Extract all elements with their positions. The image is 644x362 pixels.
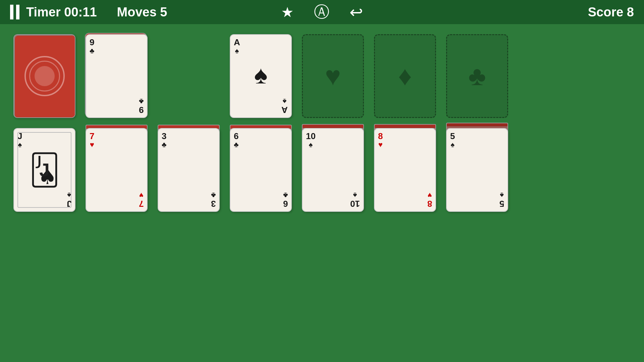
tableau-col-4[interactable]: 6 ♣ 6 ♣ (230, 128, 292, 212)
timer-display: Timer 00:11 (26, 5, 97, 19)
waste-rank-br: 9 ♣ (139, 98, 144, 115)
header-actions: ★ Ⓐ ↩ (281, 2, 363, 22)
foundation-diamonds[interactable]: ♦ (374, 34, 436, 118)
stock-pile[interactable] (13, 34, 75, 118)
tableau-card-4[interactable]: 6 ♣ 6 ♣ (230, 128, 292, 212)
tableau-col-2[interactable]: 7 ♥ 7 ♥ (86, 128, 148, 212)
pause-button[interactable] (10, 5, 19, 19)
tableau-card-1[interactable]: J ♠ 🂫 J J ♠ (13, 128, 75, 212)
spacer-1 (158, 34, 220, 118)
diamonds-symbol: ♦ (398, 61, 412, 92)
tableau-card-2[interactable]: 7 ♥ 7 ♥ (86, 128, 148, 212)
foundation-spades[interactable]: A ♠ ♠ A ♠ (230, 34, 292, 118)
tableau-col-7[interactable]: 5 ♠ 5 ♠ (446, 128, 508, 212)
clubs-symbol: ♣ (468, 61, 486, 92)
foundation-hearts[interactable]: ♥ (302, 34, 364, 118)
tableau-card-3[interactable]: 3 ♣ 3 ♣ (158, 128, 220, 212)
game-area: 9 ♣ 9 ♣ A ♠ ♠ A ♠ ♥ (0, 24, 644, 362)
favorite-icon[interactable]: ★ (281, 4, 294, 20)
tableau-col-5[interactable]: 10 ♠ 10 ♠ (302, 128, 364, 212)
tableau: J ♠ 🂫 J J ♠ (13, 128, 631, 212)
tableau-col-6[interactable]: 8 ♥ 8 ♥ (374, 128, 436, 212)
tableau-card-7[interactable]: 5 ♠ 5 ♠ (446, 128, 508, 212)
tableau-col-1[interactable]: J ♠ 🂫 J J ♠ (13, 128, 75, 212)
tableau-card-5[interactable]: 10 ♠ 10 ♠ (302, 128, 364, 212)
waste-rank: 9 ♣ (90, 38, 94, 55)
foundation-clubs[interactable]: ♣ (446, 34, 508, 118)
top-row: 9 ♣ 9 ♣ A ♠ ♠ A ♠ ♥ (13, 34, 631, 118)
game-header: Timer 00:11 Moves 5 ★ Ⓐ ↩ Score 8 (0, 0, 644, 24)
foundation-spades-rank-br: A ♠ (281, 98, 288, 115)
waste-pile[interactable]: 9 ♣ 9 ♣ (86, 34, 148, 118)
foundation-spades-rank: A ♠ (234, 38, 240, 55)
undo-icon[interactable]: ↩ (350, 3, 363, 21)
hearts-symbol: ♥ (325, 61, 341, 92)
moves-display: Moves 5 (117, 5, 167, 19)
tableau-col-3[interactable]: 3 ♣ 3 ♣ (158, 128, 220, 212)
score-display: Score 8 (588, 5, 634, 19)
share-icon[interactable]: Ⓐ (314, 2, 329, 22)
tableau-card-6[interactable]: 8 ♥ 8 ♥ (374, 128, 436, 212)
